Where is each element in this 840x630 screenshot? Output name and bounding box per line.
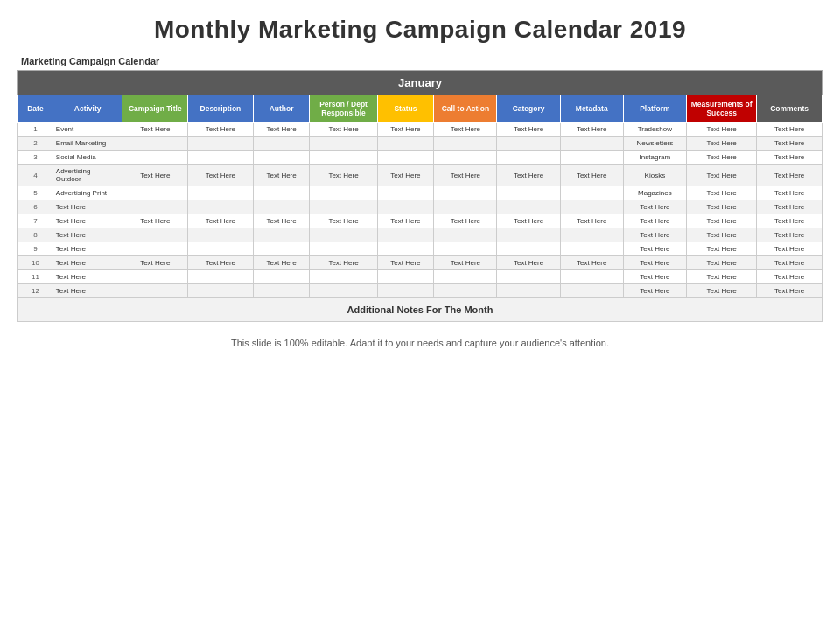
col-header-comments: Comments [757, 95, 822, 122]
table-cell: Text Here [434, 214, 497, 228]
col-header-call: Call to Action [434, 95, 497, 122]
col-header-measurements: Measurements of Success [686, 95, 756, 122]
table-cell [560, 200, 623, 214]
table-cell: Text Here [757, 214, 822, 228]
table-cell: Text Here [253, 122, 310, 136]
table-cell [434, 136, 497, 150]
footer-text: This slide is 100% editable. Adapt it to… [231, 338, 609, 348]
table-cell: Kiosks [623, 164, 686, 186]
table-cell: Text Here [686, 150, 756, 164]
table-cell [377, 284, 434, 298]
table-cell [188, 200, 254, 214]
table-cell: Text Here [52, 228, 122, 242]
table-cell: Text Here [757, 256, 822, 270]
table-cell: Text Here [434, 256, 497, 270]
table-cell: 7 [18, 214, 53, 228]
table-cell [497, 150, 560, 164]
table-cell [434, 242, 497, 256]
table-cell: Text Here [560, 164, 623, 186]
table-cell [188, 242, 254, 256]
table-cell: Text Here [623, 270, 686, 284]
table-cell [560, 284, 623, 298]
table-cell: 3 [18, 150, 53, 164]
table-cell [434, 186, 497, 200]
table-cell [377, 186, 434, 200]
table-cell [310, 228, 377, 242]
table-row: 3Social MediaInstagramText HereText Here [18, 150, 822, 164]
col-header-metadata: Metadata [560, 95, 623, 122]
table-cell: Text Here [377, 122, 434, 136]
table-cell [497, 200, 560, 214]
table-cell [188, 270, 254, 284]
table-cell: Instagram [623, 150, 686, 164]
column-header-row: Date Activity Campaign Title Description… [18, 95, 822, 122]
table-cell: Magazines [623, 186, 686, 200]
table-row: 7Text HereText HereText HereText HereTex… [18, 214, 822, 228]
table-cell [310, 200, 377, 214]
table-cell: Text Here [686, 164, 756, 186]
col-header-platform: Platform [623, 95, 686, 122]
table-row: 1EventText HereText HereText HereText He… [18, 122, 822, 136]
table-cell: Text Here [434, 122, 497, 136]
table-cell [560, 242, 623, 256]
table-cell [434, 150, 497, 164]
col-header-author: Author [253, 95, 310, 122]
col-header-date: Date [18, 95, 53, 122]
table-cell [253, 186, 310, 200]
col-header-status: Status [377, 95, 434, 122]
table-cell: Text Here [253, 164, 310, 186]
table-cell: Social Media [52, 150, 122, 164]
table-cell [560, 150, 623, 164]
table-cell: Text Here [122, 122, 188, 136]
table-cell: Text Here [497, 122, 560, 136]
table-cell [310, 150, 377, 164]
table-cell [497, 270, 560, 284]
month-cell: January [18, 71, 822, 95]
table-cell: Text Here [686, 136, 756, 150]
table-cell [497, 186, 560, 200]
table-cell: Text Here [52, 242, 122, 256]
table-cell: Text Here [560, 122, 623, 136]
table-cell: Text Here [122, 164, 188, 186]
table-cell [122, 200, 188, 214]
table-row: 5Advertising PrintMagazinesText HereText… [18, 186, 822, 200]
table-cell [122, 136, 188, 150]
table-cell: 2 [18, 136, 53, 150]
table-cell: Text Here [253, 214, 310, 228]
table-cell [310, 284, 377, 298]
table-cell: Text Here [757, 242, 822, 256]
table-cell: Text Here [686, 270, 756, 284]
table-cell [560, 136, 623, 150]
col-header-person: Person / Dept Responsible [310, 95, 377, 122]
table-cell: Tradeshow [623, 122, 686, 136]
table-cell [310, 270, 377, 284]
table-cell [253, 136, 310, 150]
table-cell: Text Here [623, 228, 686, 242]
table-cell [122, 270, 188, 284]
table-cell [253, 150, 310, 164]
table-cell: Text Here [686, 242, 756, 256]
table-row: 8Text HereText HereText HereText Here [18, 228, 822, 242]
table-cell [122, 228, 188, 242]
table-cell: Text Here [686, 284, 756, 298]
table-cell: Text Here [434, 164, 497, 186]
table-cell: Text Here [757, 200, 822, 214]
table-cell: 11 [18, 270, 53, 284]
table-cell: Newsletters [623, 136, 686, 150]
table-cell [253, 242, 310, 256]
table-cell [560, 270, 623, 284]
table-cell [377, 136, 434, 150]
table-cell: Text Here [52, 200, 122, 214]
table-cell: Text Here [188, 256, 254, 270]
table-cell: Text Here [623, 200, 686, 214]
table-row: 11Text HereText HereText HereText Here [18, 270, 822, 284]
table-cell [377, 228, 434, 242]
table-cell: Text Here [560, 256, 623, 270]
table-cell: Text Here [623, 256, 686, 270]
col-header-campaign: Campaign Title [122, 95, 188, 122]
table-cell [560, 186, 623, 200]
table-cell [253, 270, 310, 284]
table-cell [188, 284, 254, 298]
table-cell: Event [52, 122, 122, 136]
table-cell: Text Here [497, 164, 560, 186]
